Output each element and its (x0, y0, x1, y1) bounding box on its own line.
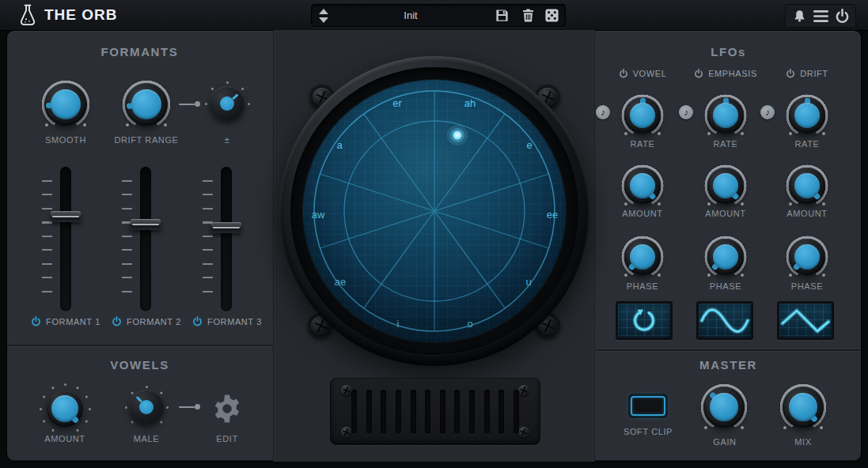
formants-header: FORMANTS (6, 45, 273, 58)
vowel-amount-knob[interactable] (43, 387, 87, 431)
connector-dot (195, 101, 200, 107)
connector-dot (195, 404, 200, 410)
plugin-window: THE ORB Init FORMANTS (0, 0, 868, 468)
orb-display[interactable]: er ah a e aw ee ae u i o (303, 80, 566, 342)
connector-line (179, 104, 195, 105)
lfo-emphasis-rate-label: RATE (686, 139, 765, 149)
save-icon[interactable] (495, 8, 510, 23)
window-icon-group (785, 4, 856, 28)
lfo-vowel-phase-knob[interactable] (620, 235, 665, 279)
lfo-vowel-rate-label: RATE (603, 139, 682, 149)
formant3-power-row: FORMANT 3 (176, 316, 279, 326)
lfo-vowel-amount-label: AMOUNT (603, 209, 682, 218)
lfo-drift-amount-label: AMOUNT (768, 209, 847, 218)
formant3-slider-handle[interactable] (211, 222, 241, 233)
drift-range-knob[interactable] (121, 79, 172, 130)
formant2-label: FORMANT 2 (127, 317, 181, 326)
gain-label: GAIN (685, 437, 764, 447)
lfo-vowel-rate-knob[interactable] (620, 93, 665, 138)
note-icon[interactable]: ♪ (596, 105, 610, 119)
formant1-label: FORMANT 1 (46, 317, 100, 326)
lfo-emphasis-phase-label: PHASE (686, 281, 765, 291)
lfo-emphasis-amount-knob[interactable] (703, 164, 748, 208)
slider-ticks (42, 180, 52, 292)
sine-icon (699, 304, 751, 338)
formant1-slider-handle[interactable] (51, 211, 81, 222)
note-icon[interactable]: ♪ (760, 105, 775, 119)
vent-slots (351, 390, 519, 433)
formant1-slider[interactable] (60, 167, 71, 311)
screw-icon (518, 427, 529, 438)
lfo-drift-amount-knob[interactable] (785, 164, 829, 208)
bell-icon[interactable] (793, 9, 806, 23)
lfo-drift-phase-label: PHASE (768, 281, 847, 291)
lfo-emphasis-amount-label: AMOUNT (686, 209, 765, 218)
orb-bezel: er ah a e aw ee ae u i o (279, 56, 589, 366)
gain-knob[interactable] (699, 383, 749, 432)
lfo-emphasis-wave-display[interactable] (696, 301, 753, 340)
gear-icon[interactable] (211, 393, 243, 425)
flask-logo-icon (17, 3, 38, 27)
lfo-emphasis-name: EMPHASIS (708, 69, 757, 78)
trash-icon[interactable] (521, 8, 536, 23)
lfo-emphasis-rate-knob[interactable] (703, 93, 748, 138)
note-icon[interactable]: ♪ (679, 105, 693, 119)
formant2-slider[interactable] (140, 167, 151, 311)
lfo-vowel-wave-display[interactable] (616, 301, 673, 340)
vowels-header: VOWELS (6, 358, 273, 372)
slider-ticks (203, 180, 213, 292)
slider-ticks (122, 180, 132, 292)
lfo-drift-power-row: DRIFT (752, 69, 862, 78)
lfo-vowel-amount-knob[interactable] (620, 164, 665, 208)
lfo-drift-name: DRIFT (800, 69, 828, 78)
power-icon[interactable] (694, 69, 703, 78)
smooth-knob[interactable] (40, 79, 91, 130)
screw-icon (341, 427, 352, 438)
power-icon[interactable] (31, 316, 41, 326)
formant2-slider-handle[interactable] (131, 219, 161, 230)
lfo-emphasis-phase-knob[interactable] (703, 235, 748, 279)
triangle-icon (779, 304, 832, 338)
edit-label: EDIT (180, 434, 275, 443)
formant3-slider[interactable] (221, 167, 232, 311)
lfo-vowel-phase-label: PHASE (603, 281, 682, 291)
lfo-drift-phase-knob[interactable] (785, 235, 829, 279)
mix-label: MIX (764, 437, 843, 447)
title-bar: THE ORB Init (0, 0, 868, 31)
orb-vignette (303, 80, 566, 342)
lfo-drift-rate-knob[interactable] (785, 93, 829, 138)
soft-clip-button[interactable] (628, 394, 668, 418)
formant3-label: FORMANT 3 (207, 317, 262, 326)
lfos-header: LFOs (595, 45, 862, 58)
divider (7, 345, 273, 346)
screw-icon (518, 385, 529, 396)
power-icon[interactable] (786, 69, 795, 78)
divider (596, 349, 861, 351)
power-icon[interactable] (192, 316, 203, 326)
power-icon[interactable] (619, 69, 628, 78)
rotate-icon (618, 304, 670, 338)
hamburger-menu-icon[interactable] (813, 10, 828, 22)
soft-clip-led (631, 396, 665, 416)
preset-name[interactable]: Init (343, 5, 478, 26)
lfo-drift-wave-display[interactable] (777, 301, 834, 340)
dice-icon[interactable] (544, 8, 559, 23)
preset-previous-arrow[interactable] (319, 9, 328, 14)
vowel-amount-label: AMOUNT (17, 434, 112, 443)
screw-icon (341, 385, 352, 396)
lfo-drift-rate-label: RATE (768, 139, 847, 149)
mix-knob[interactable] (779, 383, 828, 432)
preset-next-arrow[interactable] (319, 17, 328, 23)
master-header: MASTER (595, 358, 862, 372)
connector-line (179, 406, 195, 408)
app-title: THE ORB (44, 0, 118, 30)
drift-amount-label: ± (180, 135, 275, 145)
male-female-knob[interactable] (124, 385, 169, 429)
power-icon[interactable] (112, 316, 122, 326)
soft-clip-label: SOFT CLIP (608, 427, 688, 436)
speaker-vent (330, 378, 540, 445)
power-icon[interactable] (835, 9, 850, 24)
drift-amount-knob[interactable] (203, 80, 251, 127)
lfo-vowel-name: VOWEL (633, 69, 667, 78)
preset-bar: Init (311, 4, 566, 27)
